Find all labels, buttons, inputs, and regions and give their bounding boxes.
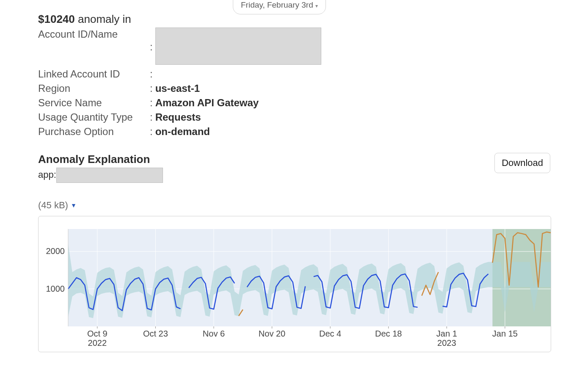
date-pill[interactable]: Friday, February 3rd ▾ (233, 0, 326, 14)
svg-text:Jan 1: Jan 1 (436, 329, 457, 338)
svg-text:Oct 23: Oct 23 (143, 329, 168, 338)
value-usage-qty: Requests (155, 111, 201, 123)
anomaly-title: $10240 anomaly in (38, 13, 574, 26)
value-purchase-opt: on-demand (155, 126, 210, 138)
svg-text:2023: 2023 (437, 338, 456, 348)
anomaly-amount: $10240 (38, 13, 75, 25)
explanation-app: app: (38, 168, 163, 183)
file-size-dropdown[interactable]: (45 kB) ▼ (38, 200, 574, 211)
download-button[interactable]: Download (494, 153, 550, 173)
label-account-id: Account ID/Name (38, 28, 147, 66)
svg-text:Dec 4: Dec 4 (319, 329, 341, 338)
value-region: us-east-1 (155, 83, 200, 94)
explanation-title: Anomaly Explanation (38, 153, 163, 166)
svg-text:Nov 20: Nov 20 (259, 329, 285, 338)
svg-text:2000: 2000 (46, 246, 65, 256)
anomaly-chart: 10002000Oct 92022Oct 23Nov 6Nov 20Dec 4D… (38, 216, 551, 352)
svg-text:2022: 2022 (88, 338, 107, 348)
chevron-down-icon: ▾ (315, 3, 318, 9)
svg-text:1000: 1000 (46, 284, 65, 293)
download-button-label: Download (502, 157, 543, 168)
label-usage-qty: Usage Quantity Type (38, 111, 147, 123)
value-service: Amazon API Gateway (155, 97, 259, 109)
label-service: Service Name (38, 97, 147, 109)
label-purchase-opt: Purchase Option (38, 126, 147, 138)
anomaly-suffix: anomaly in (78, 13, 131, 25)
label-linked-account: Linked Account ID (38, 68, 147, 80)
svg-text:Jan 15: Jan 15 (492, 329, 518, 338)
file-size-text: (45 kB) (38, 200, 68, 211)
explanation-app-label: app: (38, 169, 56, 180)
svg-text:Nov 6: Nov 6 (203, 329, 225, 338)
redacted-app-name (56, 168, 163, 183)
caret-down-icon: ▼ (71, 202, 77, 209)
date-pill-text: Friday, February 3rd (241, 0, 313, 9)
anomaly-fields: Account ID/Name : Linked Account ID : Re… (38, 28, 574, 138)
svg-text:Oct 9: Oct 9 (87, 329, 108, 338)
svg-text:Dec 18: Dec 18 (375, 329, 402, 338)
label-region: Region (38, 83, 147, 94)
redacted-account-block (155, 28, 321, 65)
